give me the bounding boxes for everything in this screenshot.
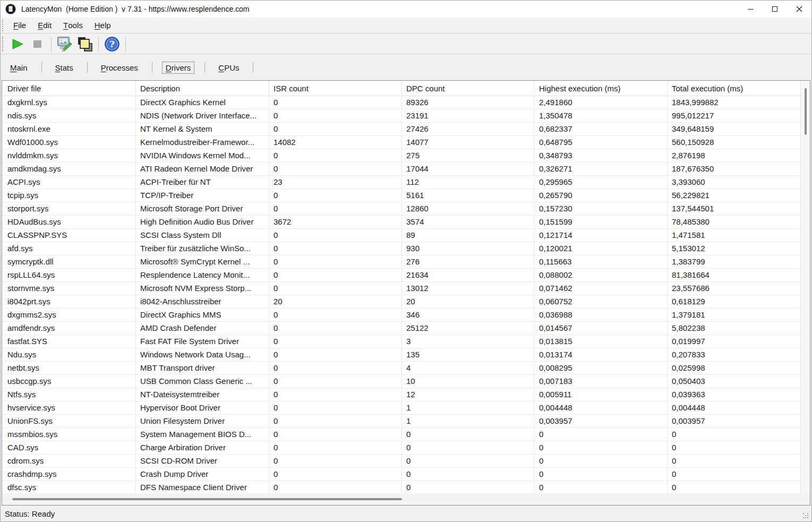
table-row[interactable]: rspLLL64.sysResplendence Latency Monit..… [2, 269, 800, 282]
drivers-table: Driver fileDescriptionISR countDPC count… [2, 80, 810, 506]
table-row[interactable]: hvservice.sysHypervisor Boot Driver010,0… [2, 401, 800, 415]
cell-total-execution-ms: 0 [668, 428, 800, 441]
column-header-description[interactable]: Description [136, 81, 269, 96]
table-row[interactable]: CLASSPNP.SYSSCSI Class System Dll0890,12… [2, 229, 800, 242]
cell-description: ACPI-Treiber für NT [136, 176, 269, 189]
menu-edit[interactable]: Edit [32, 18, 57, 33]
table-row[interactable]: dxgkrnl.sysDirectX Graphics Kernel089326… [2, 96, 800, 109]
resize-grip[interactable] [803, 513, 804, 514]
cell-description: SCSI Class System Dll [136, 229, 269, 242]
cell-dpc-count: 5161 [402, 189, 535, 202]
table-row[interactable]: dfsc.sysDFS Namespace Client Driver0000 [2, 481, 800, 493]
tab-stats[interactable]: Stats [41, 59, 87, 75]
horizontal-scrollbar-thumb[interactable] [12, 498, 402, 500]
menu-file[interactable]: File [7, 18, 32, 33]
cell-isr-count: 0 [269, 322, 402, 335]
cell-description: MBT Transport driver [136, 362, 269, 375]
table-row[interactable]: nvlddmkm.sysNVIDIA Windows Kernel Mod...… [2, 149, 800, 162]
column-header-dpc-count[interactable]: DPC count [402, 81, 535, 96]
table-row[interactable]: storport.sysMicrosoft Storage Port Drive… [2, 202, 800, 216]
table-row[interactable]: ndis.sysNDIS (Network Driver Interface..… [2, 109, 800, 123]
stop-monitor-button[interactable] [28, 35, 48, 53]
cell-driver-file: crashdmp.sys [2, 468, 136, 481]
stop-icon [33, 39, 42, 49]
tab-cpus[interactable]: CPUs [204, 59, 253, 75]
cell-description: USB Common Class Generic ... [136, 375, 269, 388]
table-row[interactable]: usbccgp.sysUSB Common Class Generic ...0… [2, 375, 800, 388]
cell-highest-execution-ms: 1,350478 [535, 109, 668, 123]
cell-highest-execution-ms: 0,003957 [535, 415, 668, 428]
cell-total-execution-ms: 0,039363 [668, 388, 800, 401]
help-icon: ? [104, 36, 120, 52]
cell-dpc-count: 3 [402, 335, 535, 348]
table-row[interactable]: stornvme.sysMicrosoft NVM Express Storp.… [2, 282, 800, 295]
vertical-scrollbar-thumb[interactable] [805, 88, 807, 135]
maximize-button[interactable] [763, 1, 787, 18]
tab-drivers[interactable]: Drivers [152, 59, 205, 75]
cell-driver-file: usbccgp.sys [2, 375, 136, 388]
table-row[interactable]: afd.sysTreiber für zusätzliche WinSo...0… [2, 242, 800, 255]
cell-description: High Definition Audio Bus Driver [136, 216, 269, 229]
cell-highest-execution-ms: 0 [535, 428, 668, 441]
table-row[interactable]: fastfat.SYSFast FAT File System Driver03… [2, 335, 800, 348]
column-header-driver-file[interactable]: Driver file [2, 81, 136, 96]
menu-tools[interactable]: Tools [57, 18, 89, 33]
cell-total-execution-ms: 1,379181 [668, 309, 800, 322]
cell-driver-file: amdfendr.sys [2, 322, 136, 335]
column-header-highest-execution-ms[interactable]: Highest execution (ms) [535, 81, 668, 96]
cell-dpc-count: 23191 [402, 109, 535, 123]
cell-driver-file: tcpip.sys [2, 189, 136, 202]
table-row[interactable]: mssmbios.sysSystem Management BIOS D...0… [2, 428, 800, 441]
tab-main[interactable]: Main [3, 59, 41, 75]
minimize-button[interactable] [738, 1, 763, 18]
table-row[interactable]: amdfendr.sysAMD Crash Defender0251220,01… [2, 322, 800, 335]
table-row[interactable]: netbt.sysMBT Transport driver040,0082950… [2, 362, 800, 375]
table-row[interactable]: ACPI.sysACPI-Treiber für NT231120,295965… [2, 176, 800, 189]
cell-isr-count: 0 [269, 229, 402, 242]
cell-description: NDIS (Network Driver Interface... [136, 109, 269, 123]
cell-driver-file: nvlddmkm.sys [2, 149, 136, 162]
table-row[interactable]: i8042prt.sysi8042-Anschlusstreiber20200,… [2, 295, 800, 309]
cell-description: Fast FAT File System Driver [136, 335, 269, 348]
cell-isr-count: 0 [269, 162, 402, 176]
cell-isr-count: 0 [269, 468, 402, 481]
menu-help[interactable]: Help [89, 18, 117, 33]
app-icon [5, 4, 16, 14]
report-options-button[interactable] [55, 35, 75, 53]
toolbar-gripper[interactable] [2, 37, 4, 52]
cell-description: Hypervisor Boot Driver [136, 401, 269, 415]
column-header-isr-count[interactable]: ISR count [269, 81, 402, 96]
table-row[interactable]: symcryptk.dllMicrosoft® SymCrypt Kernel … [2, 255, 800, 269]
cell-description: Crash Dump Driver [136, 468, 269, 481]
table-row[interactable]: CAD.sysCharge Arbiration Driver0000 [2, 441, 800, 455]
tab-processes[interactable]: Processes [87, 59, 152, 75]
copy-report-button[interactable] [75, 35, 95, 53]
table-row[interactable]: tcpip.sysTCP/IP-Treiber051610,26579056,2… [2, 189, 800, 202]
help-button[interactable]: ? [102, 35, 122, 53]
table-row[interactable]: Ndu.sysWindows Network Data Usag...01350… [2, 348, 800, 362]
table-row[interactable]: dxgmms2.sysDirectX Graphics MMS03460,036… [2, 309, 800, 322]
table-row[interactable]: Wdf01000.sysKernelmodustreiber-Framewor.… [2, 136, 800, 149]
table-row[interactable]: Ntfs.sysNT-Dateisystemtreiber0120,005911… [2, 388, 800, 401]
cell-dpc-count: 135 [402, 348, 535, 362]
table-row[interactable]: UnionFS.sysUnion Filesystem Driver010,00… [2, 415, 800, 428]
cell-driver-file: hvservice.sys [2, 401, 136, 415]
close-button[interactable] [787, 1, 811, 18]
cell-dpc-count: 275 [402, 149, 535, 162]
cell-dpc-count: 20 [402, 295, 535, 309]
cell-dpc-count: 89 [402, 229, 535, 242]
cell-description: i8042-Anschlusstreiber [136, 295, 269, 309]
table-row[interactable]: cdrom.sysSCSI CD-ROM Driver0000 [2, 455, 800, 468]
cell-description: Microsoft® SymCrypt Kernel ... [136, 255, 269, 269]
table-row[interactable]: crashdmp.sysCrash Dump Driver0000 [2, 468, 800, 481]
cell-dpc-count: 4 [402, 362, 535, 375]
horizontal-scrollbar[interactable] [2, 493, 800, 505]
cell-highest-execution-ms: 0,265790 [535, 189, 668, 202]
table-row[interactable]: ntoskrnl.exeNT Kernel & System0274260,68… [2, 123, 800, 136]
menu-bar-gripper[interactable] [2, 20, 4, 31]
table-row[interactable]: amdkmdag.sysATI Radeon Kernel Mode Drive… [2, 162, 800, 176]
vertical-scrollbar[interactable] [800, 81, 810, 493]
table-row[interactable]: HDAudBus.sysHigh Definition Audio Bus Dr… [2, 216, 800, 229]
start-monitor-button[interactable] [7, 35, 28, 53]
column-header-total-execution-ms[interactable]: Total execution (ms) [668, 81, 800, 96]
